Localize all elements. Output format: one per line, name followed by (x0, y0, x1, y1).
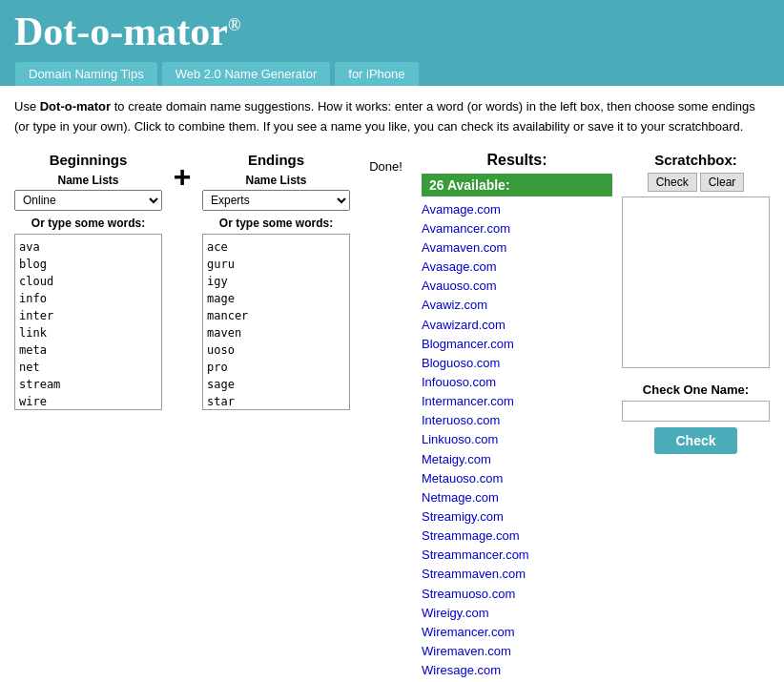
result-list-item: Wiremaven.com (422, 642, 612, 661)
endings-name-lists-label: Name Lists (202, 174, 350, 187)
result-link[interactable]: Infouoso.com (422, 373, 612, 392)
endings-select[interactable]: Experts Tech Common (202, 190, 350, 211)
result-link[interactable]: Metauoso.com (422, 469, 612, 488)
result-list-item: Metauoso.com (422, 469, 612, 488)
check-one-input[interactable] (622, 401, 770, 422)
scratchbox-buttons: Check Clear (622, 173, 770, 192)
tab-generator[interactable]: Web 2.0 Name Generator (161, 61, 332, 86)
result-link[interactable]: Streamigy.com (422, 507, 612, 527)
endings-textarea[interactable]: ace guru igy mage mancer maven uoso pro … (202, 234, 350, 410)
result-link[interactable]: Streammaven.com (422, 565, 612, 584)
result-list-item: Avamaven.com (422, 238, 612, 258)
result-list-item: Avawiz.com (422, 296, 612, 315)
result-list-item: Streammancer.com (422, 546, 612, 565)
endings-column: Endings Name Lists Experts Tech Common O… (202, 152, 350, 413)
result-link[interactable]: Avamaven.com (422, 238, 612, 258)
check-one-label: Check One Name: (622, 382, 770, 397)
result-list-item: Avamage.com (422, 200, 612, 219)
result-list-item: Avawizard.com (422, 316, 612, 335)
result-list-item: Wiremancer.com (422, 623, 612, 642)
result-list-item: Wireigy.com (422, 604, 612, 623)
scratchbox-textarea[interactable] (622, 196, 770, 368)
result-list-item: Avauoso.com (422, 277, 612, 296)
endings-title: Endings (202, 152, 350, 168)
result-link[interactable]: Metaigy.com (422, 450, 612, 469)
result-link[interactable]: Wiremaven.com (422, 642, 612, 661)
result-link[interactable]: Avamancer.com (422, 219, 612, 238)
scratchbox-column: Scratchbox: Check Clear Check One Name: … (622, 152, 770, 454)
result-link[interactable]: Avawizard.com (422, 316, 612, 335)
result-list-item: Streammage.com (422, 527, 612, 546)
result-link[interactable]: Intermancer.com (422, 392, 612, 411)
result-link[interactable]: Streammage.com (422, 527, 612, 546)
result-list-item: Streammaven.com (422, 565, 612, 584)
beginnings-textarea[interactable]: ava blog cloud info inter link meta net … (14, 234, 162, 410)
app-header: Dot-o-mator® Domain Naming Tips Web 2.0 … (0, 0, 784, 86)
result-list-item: Netmage.com (422, 488, 612, 507)
result-link[interactable]: Avamage.com (422, 200, 612, 219)
app-title-text: Dot-o-mator (14, 10, 228, 53)
result-link[interactable]: Streammancer.com (422, 546, 612, 565)
results-title: Results: (422, 152, 612, 169)
result-link[interactable]: Wiremancer.com (422, 623, 612, 642)
endings-or-type-label: Or type some words: (202, 217, 350, 230)
result-list-item: Interuoso.com (422, 411, 612, 430)
tab-iphone[interactable]: for iPhone (334, 61, 419, 86)
results-column: Results: 26 Available: Avamage.comAvaman… (422, 152, 612, 682)
beginnings-or-type-label: Or type some words: (14, 217, 162, 230)
scratchbox-title: Scratchbox: (622, 152, 770, 168)
check-one-button[interactable]: Check (654, 427, 736, 454)
trademark: ® (228, 15, 240, 34)
nav-tabs: Domain Naming Tips Web 2.0 Name Generato… (14, 61, 770, 86)
result-list-item: Infouoso.com (422, 373, 612, 392)
result-list-item: Avasage.com (422, 258, 612, 277)
plus-symbol: + (172, 152, 193, 195)
scratchbox-check-button[interactable]: Check (648, 173, 697, 192)
main-columns: Beginnings Name Lists Online Tech Common… (14, 152, 770, 682)
scratchbox-clear-button[interactable]: Clear (700, 173, 745, 192)
result-list-item: Streamigy.com (422, 507, 612, 527)
result-link[interactable]: Linkuoso.com (422, 430, 612, 449)
beginnings-column: Beginnings Name Lists Online Tech Common… (14, 152, 162, 413)
result-link[interactable]: Blogmancer.com (422, 335, 612, 354)
results-list: Avamage.comAvamancer.comAvamaven.comAvas… (422, 200, 612, 682)
result-list-item: Streamuoso.com (422, 585, 612, 604)
app-title: Dot-o-mator® (14, 10, 770, 53)
done-button[interactable]: Done! (369, 159, 402, 174)
result-list-item: Avamancer.com (422, 219, 612, 238)
main-content: Use Dot-o-mator to create domain name su… (0, 86, 784, 682)
result-link[interactable]: Wireigy.com (422, 604, 612, 623)
available-banner: 26 Available: (422, 174, 612, 196)
result-list-item: Intermancer.com (422, 392, 612, 411)
result-list-item: Linkuoso.com (422, 430, 612, 449)
result-list-item: Bloguoso.com (422, 354, 612, 373)
result-list-item: Blogmancer.com (422, 335, 612, 354)
tab-naming-tips[interactable]: Domain Naming Tips (14, 61, 158, 86)
done-column: Done! (360, 152, 412, 174)
result-link[interactable]: Avauoso.com (422, 277, 612, 296)
result-list-item: Wiresage.com (422, 661, 612, 680)
result-link[interactable]: Interuoso.com (422, 411, 612, 430)
result-link[interactable]: Bloguoso.com (422, 354, 612, 373)
result-list-item: Metaigy.com (422, 450, 612, 469)
result-link[interactable]: Avawiz.com (422, 296, 612, 315)
description-text: Use Dot-o-mator to create domain name su… (14, 97, 758, 137)
beginnings-title: Beginnings (14, 152, 162, 168)
result-link[interactable]: Avasage.com (422, 258, 612, 277)
result-link[interactable]: Netmage.com (422, 488, 612, 507)
beginnings-select[interactable]: Online Tech Common (14, 190, 162, 211)
result-link[interactable]: Wiresage.com (422, 661, 612, 680)
beginnings-name-lists-label: Name Lists (14, 174, 162, 187)
result-link[interactable]: Streamuoso.com (422, 585, 612, 604)
